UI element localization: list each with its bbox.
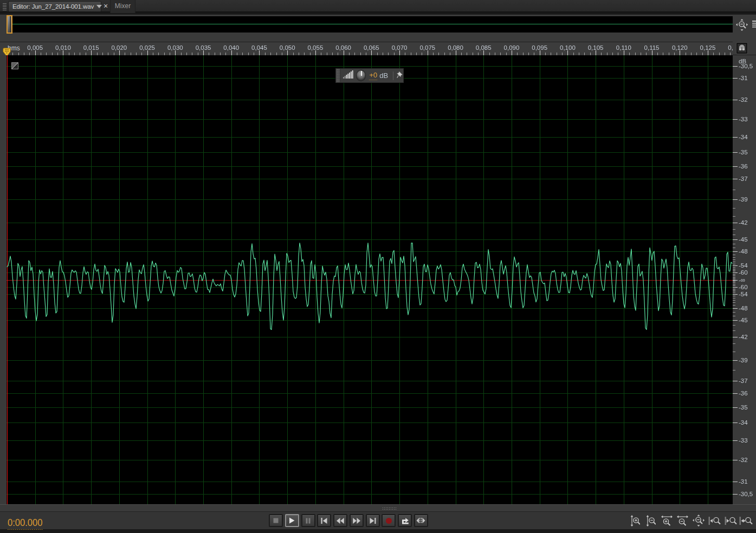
time-label: 0,010	[55, 44, 71, 51]
time-label: 0,050	[280, 44, 295, 51]
db-label: -33	[739, 116, 748, 122]
db-label: -30,5	[739, 491, 753, 497]
pause-button[interactable]	[301, 514, 315, 527]
audio-editor-window: Editor: Jun_27_2014-001.wav × Mixer hms …	[0, 0, 756, 533]
fast-forward-button[interactable]	[350, 514, 364, 527]
time-label: 0,045	[251, 44, 267, 51]
volume-hud[interactable]: +0 dB	[335, 68, 404, 83]
window-bottom-edge	[0, 530, 756, 533]
magnet-icon	[738, 43, 746, 53]
time-label: 0,085	[476, 44, 492, 51]
waveform-canvas[interactable]	[7, 55, 733, 504]
time-label: 0,110	[616, 44, 631, 51]
db-label: -54	[739, 262, 748, 269]
db-label: -35	[739, 149, 748, 155]
zoom-in-vertical-button[interactable]	[628, 513, 643, 528]
zoom-out-point-button[interactable]	[723, 513, 738, 528]
panel-menu-icon[interactable]	[752, 21, 756, 30]
zoom-out-horizontal-button[interactable]	[675, 513, 690, 528]
time-label: 0,030	[167, 44, 183, 51]
db-label: -37	[739, 176, 748, 182]
navigator-view-rectangle[interactable]	[7, 15, 12, 34]
panel-splitter[interactable]	[0, 504, 756, 511]
pin-icon[interactable]	[397, 71, 403, 81]
timeline-ruler[interactable]: hms 0,0050,0100,0150,0200,0250,0300,0350…	[0, 42, 733, 55]
time-label: 0,125	[700, 44, 716, 51]
db-label: -34	[739, 419, 748, 426]
channel-corner-icon[interactable]	[11, 62, 18, 69]
skip-start-button[interactable]	[317, 514, 331, 527]
stop-button[interactable]	[269, 514, 283, 527]
time-label: 0,075	[419, 44, 435, 51]
zoom-selection-button[interactable]	[738, 513, 753, 528]
db-label: -37	[739, 378, 748, 384]
time-label: 0,015	[83, 44, 99, 51]
playhead-marker-icon[interactable]	[3, 48, 11, 55]
db-label: -48	[739, 305, 748, 311]
zoom-navigator[interactable]	[7, 16, 733, 32]
splitter-grip-icon[interactable]	[382, 507, 397, 510]
time-label: 0,035	[196, 44, 211, 51]
editor-tab-label: Editor: Jun_27_2014-001.wav	[9, 3, 94, 10]
time-label: 0,025	[139, 44, 155, 51]
time-label: 0,100	[560, 44, 576, 51]
db-label: -33	[739, 437, 748, 444]
play-button[interactable]	[285, 514, 299, 527]
panel-tab-bar: Editor: Jun_27_2014-001.wav × Mixer	[0, 0, 756, 13]
editor-panel: hms 0,0050,0100,0150,0200,0250,0300,0350…	[0, 15, 756, 511]
tab-close-button[interactable]: ×	[102, 1, 109, 11]
rewind-button[interactable]	[333, 514, 347, 527]
time-label: 0,105	[588, 44, 604, 51]
db-label: -31	[739, 478, 748, 485]
db-label: -42	[739, 334, 748, 340]
db-label: -36	[739, 390, 748, 396]
db-label: -∞	[739, 277, 745, 283]
db-label: -60	[739, 284, 748, 290]
loop-button[interactable]	[398, 514, 412, 527]
tab-mixer[interactable]: Mixer	[110, 0, 135, 13]
navigator-waveform-overview	[7, 24, 733, 24]
record-button[interactable]	[382, 514, 396, 527]
panel-drag-grip[interactable]	[3, 3, 7, 10]
db-label: -36	[739, 163, 748, 170]
time-label: 0,130	[728, 44, 733, 51]
zoom-in-point-button[interactable]	[707, 513, 722, 528]
gain-value[interactable]: +0	[369, 71, 377, 80]
db-label: -31	[739, 75, 748, 81]
db-label: -48	[739, 248, 748, 255]
chevron-down-icon[interactable]	[96, 5, 102, 8]
time-label: 0,020	[111, 44, 127, 51]
time-label: 0,090	[504, 44, 520, 51]
time-label: 0,095	[532, 44, 547, 51]
zoom-in-horizontal-button[interactable]	[659, 513, 674, 528]
db-label: -54	[739, 291, 748, 297]
navigator-zoom-reset-icon[interactable]	[736, 19, 748, 33]
time-label: 0,055	[308, 44, 324, 51]
transport-bar: 0:00.000	[0, 511, 756, 529]
time-label: 0,060	[335, 44, 351, 51]
zoom-out-vertical-button[interactable]	[643, 513, 658, 528]
current-time-display[interactable]: 0:00.000	[8, 517, 42, 530]
db-label: -60	[739, 269, 748, 276]
db-label: -39	[739, 357, 748, 363]
time-label: 0,040	[223, 44, 239, 51]
time-label: 0,115	[644, 44, 660, 51]
hud-drag-grip[interactable]	[336, 69, 340, 82]
volume-bars-icon	[343, 70, 354, 81]
snap-toggle-button[interactable]	[736, 43, 747, 54]
gain-knob[interactable]	[356, 70, 366, 81]
hud-divider	[393, 72, 393, 80]
waveform-display[interactable]: +0 dB	[7, 55, 733, 504]
db-label: -30,5	[739, 63, 753, 69]
skip-selection-button[interactable]	[414, 514, 428, 527]
zoom-out-full-button[interactable]	[691, 513, 706, 528]
gain-knob-pointer	[361, 71, 362, 76]
db-label: -45	[739, 317, 748, 323]
amplitude-scale[interactable]: dB -30,5-30,5-31-31-32-32-33-33-34-34-35…	[733, 55, 756, 504]
time-label: 0,065	[364, 44, 379, 51]
skip-end-button[interactable]	[366, 514, 380, 527]
tab-editor[interactable]: Editor: Jun_27_2014-001.wav	[8, 1, 101, 12]
db-label: -32	[739, 457, 748, 463]
db-label: -42	[739, 219, 748, 226]
db-label: -35	[739, 404, 748, 411]
